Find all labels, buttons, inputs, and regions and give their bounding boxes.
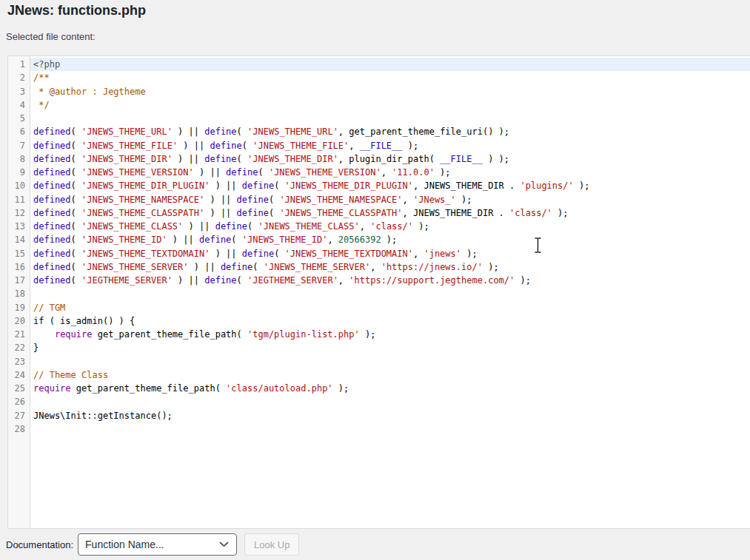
line-number: 23 <box>8 355 30 368</box>
code-text <box>30 395 750 408</box>
code-text: <?php <box>30 58 750 71</box>
line-number: 1 <box>8 58 30 71</box>
documentation-bar: Documentation: Function Name... Look Up <box>0 529 750 560</box>
line-number: 4 <box>8 98 30 112</box>
code-text: // Theme Class <box>30 368 750 382</box>
code-line: 12defined( 'JNEWS_THEME_CLASSPATH' ) || … <box>8 206 750 220</box>
line-number: 5 <box>8 112 30 125</box>
code-line: 10defined( 'JNEWS_THEME_DIR_PLUGIN' ) ||… <box>8 179 750 192</box>
code-line: 21 require get_parent_theme_file_path( '… <box>8 328 750 341</box>
line-number: 17 <box>8 274 30 287</box>
code-editor[interactable]: 1<?php2/**3 * @author : Jegtheme4 */56de… <box>7 55 750 529</box>
code-line: 1<?php <box>8 58 750 71</box>
code-text: defined( 'JNEWS_THEME_CLASSPATH' ) || de… <box>30 206 750 220</box>
code-text: defined( 'JNEWS_THEME_NAMESPACE' ) || de… <box>30 193 750 206</box>
line-number: 18 <box>8 287 30 300</box>
code-line: 25require get_parent_theme_file_path( 'c… <box>8 382 750 395</box>
code-line: 27JNews\Init::getInstance(); <box>8 409 750 422</box>
code-text: defined( 'JNEWS_THEME_FILE' ) || define(… <box>30 139 750 152</box>
code-text <box>30 112 750 125</box>
line-number: 27 <box>8 409 30 422</box>
line-number: 10 <box>8 179 30 192</box>
line-number: 3 <box>8 85 30 98</box>
code-text <box>30 422 750 436</box>
code-text: defined( 'JNEWS_THEME_DIR_PLUGIN' ) || d… <box>30 179 750 192</box>
code-text: defined( 'JNEWS_THEME_SERVER' ) || defin… <box>30 260 750 274</box>
code-text: defined( 'JNEWS_THEME_DIR' ) || define( … <box>30 152 750 166</box>
line-number: 6 <box>8 125 30 138</box>
code-line: 14defined( 'JNEWS_THEME_ID' ) || define(… <box>8 233 750 246</box>
line-number: 20 <box>8 314 30 328</box>
code-text: JNews\Init::getInstance(); <box>30 409 750 422</box>
code-text: require get_parent_theme_file_path( 'cla… <box>30 382 750 395</box>
line-number: 13 <box>8 220 30 233</box>
code-line: 3 * @author : Jegtheme <box>8 85 750 98</box>
line-number: 26 <box>8 395 30 408</box>
code-text: defined( 'JNEWS_THEME_URL' ) || define( … <box>30 125 750 138</box>
line-number: 14 <box>8 233 30 246</box>
code-text: * @author : Jegtheme <box>30 85 750 98</box>
code-text: defined( 'JNEWS_THEME_ID' ) || define( '… <box>30 233 750 246</box>
code-text: } <box>30 341 750 354</box>
line-number: 12 <box>8 206 30 220</box>
line-number: 7 <box>8 139 30 152</box>
code-line: 23 <box>8 355 750 368</box>
line-number: 21 <box>8 328 30 341</box>
line-number: 16 <box>8 260 30 274</box>
code-line: 4 */ <box>8 98 750 112</box>
code-line: 15defined( 'JNEWS_THEME_TEXTDOMAIN' ) ||… <box>8 247 750 260</box>
code-text: require get_parent_theme_file_path( 'tgm… <box>30 328 750 341</box>
code-line: 5 <box>8 112 750 125</box>
line-number: 11 <box>8 193 30 206</box>
lookup-button[interactable]: Look Up <box>244 533 299 556</box>
code-text: defined( 'JNEWS_THEME_VERSION' ) || defi… <box>30 166 750 179</box>
line-number: 9 <box>8 166 30 179</box>
code-line: 17defined( 'JEGTHEME_SERVER' ) || define… <box>8 274 750 287</box>
code-line: 26 <box>8 395 750 408</box>
code-line: 28 <box>8 422 750 436</box>
code-text: /** <box>30 71 750 84</box>
line-number: 8 <box>8 152 30 166</box>
code-text: // TGM <box>30 301 750 314</box>
code-text <box>30 287 750 300</box>
file-content-label: Selected file content: <box>6 31 96 42</box>
code-line: 7defined( 'JNEWS_THEME_FILE' ) || define… <box>8 139 750 152</box>
line-number: 19 <box>8 301 30 314</box>
code-line: 19// TGM <box>8 301 750 314</box>
documentation-select[interactable]: Function Name... <box>78 533 237 556</box>
code-line: 22} <box>8 341 750 354</box>
code-text: if ( is_admin() ) { <box>30 314 750 328</box>
line-number: 22 <box>8 341 30 354</box>
code-text: defined( 'JEGTHEME_SERVER' ) || define( … <box>30 274 750 287</box>
code-line: 13defined( 'JNEWS_THEME_CLASS' ) || defi… <box>8 220 750 233</box>
code-line: 11defined( 'JNEWS_THEME_NAMESPACE' ) || … <box>8 193 750 206</box>
code-line: 18 <box>8 287 750 300</box>
line-number: 2 <box>8 71 30 84</box>
code-text <box>30 355 750 368</box>
code-lines: 1<?php2/**3 * @author : Jegtheme4 */56de… <box>8 56 750 436</box>
line-number: 24 <box>8 368 30 382</box>
line-number: 28 <box>8 422 30 436</box>
page-title: JNews: functions.php <box>7 3 146 18</box>
code-line: 9defined( 'JNEWS_THEME_VERSION' ) || def… <box>8 166 750 179</box>
line-number: 15 <box>8 247 30 260</box>
chevron-down-icon <box>219 542 229 547</box>
code-line: 6defined( 'JNEWS_THEME_URL' ) || define(… <box>8 125 750 138</box>
code-line: 20if ( is_admin() ) { <box>8 314 750 328</box>
code-line: 16defined( 'JNEWS_THEME_SERVER' ) || def… <box>8 260 750 274</box>
code-line: 24// Theme Class <box>8 368 750 382</box>
documentation-select-value: Function Name... <box>85 539 164 550</box>
line-number: 25 <box>8 382 30 395</box>
documentation-label: Documentation: <box>6 539 73 550</box>
code-text: defined( 'JNEWS_THEME_TEXTDOMAIN' ) || d… <box>30 247 750 260</box>
code-text: */ <box>30 98 750 112</box>
code-line: 8defined( 'JNEWS_THEME_DIR' ) || define(… <box>8 152 750 166</box>
code-line: 2/** <box>8 71 750 84</box>
code-text: defined( 'JNEWS_THEME_CLASS' ) || define… <box>30 220 750 233</box>
